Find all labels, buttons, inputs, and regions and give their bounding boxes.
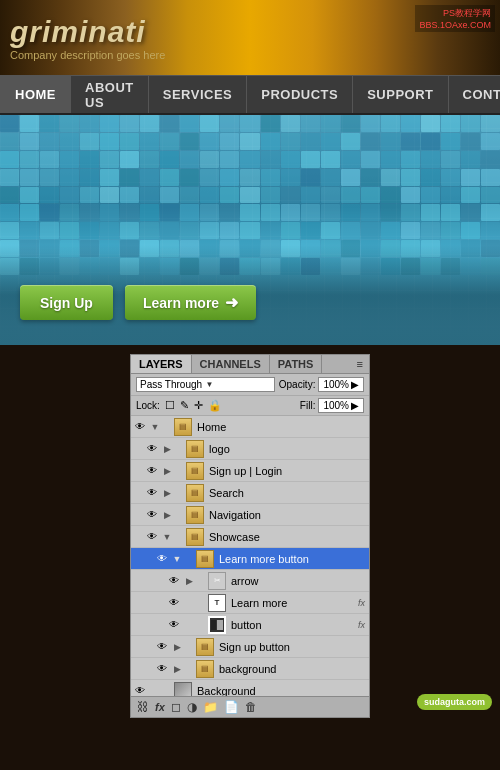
- layers-footer: ⛓ fx ◻ ◑ 📁 📄 🗑: [131, 696, 369, 717]
- link-layers-icon[interactable]: ⛓: [137, 700, 149, 714]
- layer-name-background: background: [217, 663, 369, 675]
- nav-item-about[interactable]: ABOUT US: [71, 76, 149, 113]
- layers-tab-channels[interactable]: CHANNELS: [192, 355, 270, 373]
- layers-list: 👁 ▼ ▤ Home 👁 ▶ ▤ logo 👁 ▶ ▤ Sign up | Lo…: [131, 416, 369, 696]
- layers-tabs: LAYERS CHANNELS PATHS ≡: [131, 355, 369, 374]
- layer-visibility-signup-btn[interactable]: 👁: [153, 641, 171, 652]
- layer-name-bg: Background: [195, 685, 369, 697]
- signup-button[interactable]: Sign Up: [20, 285, 113, 320]
- logo-text: griminati: [10, 15, 165, 49]
- layer-name-logo: logo: [207, 443, 369, 455]
- fill-value[interactable]: 100% ▶: [318, 398, 364, 413]
- layer-collapse-logo[interactable]: ▶: [161, 444, 173, 454]
- layer-icon-bg: [174, 682, 192, 697]
- layer-icon-search: ▤: [186, 484, 204, 502]
- layer-row-learnmore-text[interactable]: 👁 T Learn more fx: [131, 592, 369, 614]
- layer-visibility-navigation[interactable]: 👁: [143, 509, 161, 520]
- layers-tab-paths[interactable]: PATHS: [270, 355, 323, 373]
- layer-visibility-search[interactable]: 👁: [143, 487, 161, 498]
- learn-more-label: Learn more: [143, 295, 219, 311]
- layer-row-learnmore-btn[interactable]: 👁 ▼ ▤ Learn more button: [131, 548, 369, 570]
- opacity-value[interactable]: 100% ▶: [318, 377, 364, 392]
- layers-controls: Pass Through ▼ Opacity: 100% ▶: [131, 374, 369, 396]
- layer-collapse-home[interactable]: ▼: [149, 422, 161, 432]
- layer-visibility-showcase[interactable]: 👁: [143, 531, 161, 542]
- layer-icon-arrow: ✂: [208, 572, 226, 590]
- logo-area: griminati Company description goes here: [10, 15, 165, 61]
- layer-visibility-learnmore-text[interactable]: 👁: [165, 597, 183, 608]
- lock-transparent-icon[interactable]: ☐: [165, 399, 175, 412]
- lock-all-icon[interactable]: 🔒: [208, 399, 222, 412]
- layer-collapse-showcase[interactable]: ▼: [161, 532, 173, 542]
- layers-panel-menu[interactable]: ≡: [351, 355, 369, 373]
- showcase: Sign Up Learn more ➜: [0, 115, 500, 345]
- add-mask-icon[interactable]: ◻: [171, 700, 181, 714]
- layer-collapse-background[interactable]: ▶: [171, 664, 183, 674]
- fill-control: Fill: 100% ▶: [300, 398, 364, 413]
- learn-more-button[interactable]: Learn more ➜: [125, 285, 256, 320]
- layer-visibility-button-shape[interactable]: 👁: [165, 619, 183, 630]
- lock-label: Lock:: [136, 400, 160, 411]
- nav-item-products[interactable]: PRODUCTS: [247, 76, 353, 113]
- layer-icon-button-shape: [208, 616, 226, 634]
- layer-row-search[interactable]: 👁 ▶ ▤ Search: [131, 482, 369, 504]
- layer-name-search: Search: [207, 487, 369, 499]
- lock-position-icon[interactable]: ✛: [194, 399, 203, 412]
- new-layer-icon[interactable]: 📄: [224, 700, 239, 714]
- layer-collapse-signup-login[interactable]: ▶: [161, 466, 173, 476]
- layer-row-signup-btn[interactable]: 👁 ▶ ▤ Sign up button: [131, 636, 369, 658]
- layer-name-home: Home: [195, 421, 369, 433]
- top-banner: griminati Company description goes here …: [0, 0, 500, 75]
- layer-fx-learnmore-text: fx: [358, 598, 365, 608]
- opacity-arrow: ▶: [351, 379, 359, 390]
- layer-row-arrow[interactable]: 👁 ▶ ✂ arrow: [131, 570, 369, 592]
- layer-collapse-navigation[interactable]: ▶: [161, 510, 173, 520]
- layer-visibility-signup-login[interactable]: 👁: [143, 465, 161, 476]
- layer-collapse-search[interactable]: ▶: [161, 488, 173, 498]
- layer-name-arrow: arrow: [229, 575, 369, 587]
- blend-mode-arrow: ▼: [205, 380, 270, 389]
- layer-expand-arrow[interactable]: ▶: [183, 576, 195, 586]
- layer-icon-navigation: ▤: [186, 506, 204, 524]
- layer-name-button-shape: button: [229, 619, 358, 631]
- nav-item-services[interactable]: SERVICES: [149, 76, 248, 113]
- delete-layer-icon[interactable]: 🗑: [245, 700, 257, 714]
- layer-visibility-background[interactable]: 👁: [153, 663, 171, 674]
- layer-visibility-bg[interactable]: 👁: [131, 685, 149, 696]
- nav-item-support[interactable]: SUPPORT: [353, 76, 448, 113]
- layer-row-bg[interactable]: 👁 Background: [131, 680, 369, 696]
- layer-collapse-learnmore-btn[interactable]: ▼: [171, 554, 183, 564]
- lock-pixels-icon[interactable]: ✎: [180, 399, 189, 412]
- layer-collapse-signup-btn[interactable]: ▶: [171, 642, 183, 652]
- watermark: sudaguta.com: [417, 694, 492, 710]
- layer-visibility-home[interactable]: 👁: [131, 421, 149, 432]
- layer-row-background[interactable]: 👁 ▶ ▤ background: [131, 658, 369, 680]
- layer-row-navigation[interactable]: 👁 ▶ ▤ Navigation: [131, 504, 369, 526]
- nav-item-contact[interactable]: CONTACT: [449, 76, 500, 113]
- layer-visibility-logo[interactable]: 👁: [143, 443, 161, 454]
- layer-row-signup-login[interactable]: 👁 ▶ ▤ Sign up | Login: [131, 460, 369, 482]
- layer-icon-learnmore-btn: ▤: [196, 550, 214, 568]
- layer-icon-signup-login: ▤: [186, 462, 204, 480]
- fill-arrow: ▶: [351, 400, 359, 411]
- layer-row-home[interactable]: 👁 ▼ ▤ Home: [131, 416, 369, 438]
- layer-icon-showcase: ▤: [186, 528, 204, 546]
- opacity-label: Opacity:: [279, 379, 316, 390]
- blend-mode-selector[interactable]: Pass Through ▼: [136, 377, 275, 392]
- new-group-icon[interactable]: 📁: [203, 700, 218, 714]
- opacity-control: Opacity: 100% ▶: [279, 377, 364, 392]
- adjustment-icon[interactable]: ◑: [187, 700, 197, 714]
- nav-item-home[interactable]: HOME: [0, 76, 71, 113]
- layer-row-logo[interactable]: 👁 ▶ ▤ logo: [131, 438, 369, 460]
- nav-bar: HOME ABOUT US SERVICES PRODUCTS SUPPORT …: [0, 75, 500, 115]
- layer-row-button-shape[interactable]: 👁 button fx: [131, 614, 369, 636]
- layer-icon-logo: ▤: [186, 440, 204, 458]
- layer-visibility-arrow[interactable]: 👁: [165, 575, 183, 586]
- layers-tab-layers[interactable]: LAYERS: [131, 355, 192, 373]
- layer-name-showcase: Showcase: [207, 531, 369, 543]
- layer-name-learnmore-btn: Learn more button: [217, 553, 369, 565]
- add-style-icon[interactable]: fx: [155, 701, 165, 713]
- layer-row-showcase[interactable]: 👁 ▼ ▤ Showcase: [131, 526, 369, 548]
- layer-visibility-learnmore-btn[interactable]: 👁: [153, 553, 171, 564]
- layer-name-signup-btn: Sign up button: [217, 641, 369, 653]
